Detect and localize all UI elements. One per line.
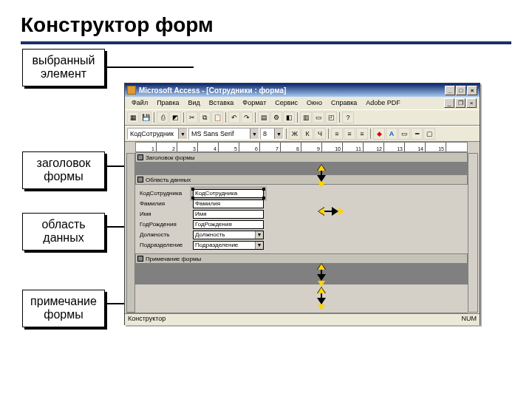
align-right-button[interactable]: ≡ <box>356 128 368 140</box>
mdi-close-button[interactable]: × <box>466 98 477 108</box>
object-selector[interactable]: КодСотрудник▼ <box>127 128 188 140</box>
field-label[interactable]: Подразделение <box>140 242 188 248</box>
ruler-tick <box>157 143 177 151</box>
statusbar: Конструктор NUM <box>125 313 480 325</box>
print-button[interactable]: ⎙ <box>157 112 168 123</box>
redo-button[interactable]: ↷ <box>241 112 253 123</box>
align-center-button[interactable]: ≡ <box>344 128 355 140</box>
field-label[interactable]: Фамилия <box>140 200 188 207</box>
form-detail-area[interactable]: КодСотрудникаКодСотрудникаФамилияФамилия… <box>135 185 327 253</box>
menu-file[interactable]: Файл <box>128 98 151 108</box>
form-footer-area[interactable] <box>135 264 468 284</box>
form-field-row[interactable]: ПодразделениеПодразделение▼ <box>140 240 323 250</box>
toolbar-button[interactable]: ◩ <box>169 112 181 123</box>
section-bar-header[interactable]: Заголовок формы <box>135 152 468 163</box>
vertical-scrollbar[interactable] <box>468 153 478 313</box>
ruler-tick <box>239 143 260 151</box>
titlebar[interactable]: Microsoft Access - [Сотрудники : форма] … <box>125 83 480 97</box>
align-left-button[interactable]: ≡ <box>331 128 343 140</box>
form-field-row[interactable]: ГодРожденияГодРождения <box>140 219 323 229</box>
section-bar-detail[interactable]: Область данных <box>135 174 468 185</box>
undo-button[interactable]: ↶ <box>228 112 240 123</box>
field-control[interactable]: Должность▼ <box>193 231 264 239</box>
minimize-button[interactable]: _ <box>445 86 455 95</box>
resize-arrow-icon <box>317 263 326 287</box>
section-footer-label: Примечание формы <box>146 256 201 262</box>
toolbar-button[interactable]: ◧ <box>283 112 295 123</box>
selection-handle[interactable] <box>191 188 194 191</box>
status-numlock: NUM <box>462 315 477 324</box>
field-control[interactable]: Имя <box>193 210 264 219</box>
line-width-button[interactable]: ━ <box>411 128 423 140</box>
toolbar-button[interactable]: ▦ <box>127 112 139 123</box>
line-color-button[interactable]: ▭ <box>398 128 410 140</box>
bold-button[interactable]: Ж <box>289 128 301 140</box>
maximize-button[interactable]: □ <box>456 86 466 95</box>
font-selector[interactable]: MS Sans Serif▼ <box>188 128 259 140</box>
ruler-tick <box>177 143 198 151</box>
resize-arrow-icon <box>317 164 326 188</box>
ruler-tick <box>364 143 384 151</box>
form-field-row[interactable]: ДолжностьДолжность▼ <box>140 230 323 239</box>
menu-format[interactable]: Формат <box>239 98 270 108</box>
resize-arrow-icon <box>318 207 344 216</box>
italic-button[interactable]: К <box>301 128 313 140</box>
section-header-label: Заголовок формы <box>146 154 195 161</box>
font-selector-value: MS Sans Serif <box>191 130 234 137</box>
font-color-button[interactable]: A <box>386 128 398 140</box>
ruler-tick <box>384 143 405 151</box>
toolbar-formatting: КодСотрудник▼ MS Sans Serif▼ 8▼ Ж К Ч ≡ … <box>125 126 480 142</box>
form-field-row[interactable]: ФамилияФамилия <box>140 199 323 208</box>
object-selector-value: КодСотрудник <box>130 130 174 137</box>
copy-button[interactable]: ⧉ <box>199 112 211 123</box>
help-button[interactable]: ? <box>342 112 354 123</box>
ruler-tick <box>405 143 426 151</box>
close-button[interactable]: × <box>467 86 477 95</box>
cut-button[interactable]: ✂ <box>186 112 198 123</box>
toolbar-button[interactable]: ◰ <box>325 112 337 123</box>
section-bar-footer[interactable]: Примечание формы <box>135 253 468 264</box>
form-header-area[interactable] <box>135 163 468 174</box>
ruler-tick <box>260 143 281 151</box>
menu-help[interactable]: Справка <box>327 98 361 108</box>
field-label[interactable]: ГодРождения <box>140 221 188 228</box>
field-label[interactable]: Должность <box>140 231 188 238</box>
menu-adobe-pdf[interactable]: Adobe PDF <box>362 98 404 108</box>
font-size-selector[interactable]: 8▼ <box>260 128 284 140</box>
special-effect-button[interactable]: ▢ <box>423 128 435 140</box>
fill-color-button[interactable]: ◆ <box>373 128 385 140</box>
toolbar-button[interactable]: ▥ <box>300 112 312 123</box>
field-control[interactable]: ГодРождения <box>193 220 264 229</box>
paste-button[interactable]: 📋 <box>211 112 223 123</box>
field-label[interactable]: Имя <box>140 211 188 217</box>
toolbar-standard: ▦ 💾 ⎙ ◩ ✂ ⧉ 📋 ↶ ↷ ▤ ⚙ ◧ ▥ ▭ ◰ ? <box>125 109 480 126</box>
toolbar-button[interactable]: ▭ <box>313 112 324 123</box>
ruler-tick <box>198 143 219 151</box>
section-selector-icon <box>137 154 143 160</box>
menu-view[interactable]: Вид <box>185 98 204 108</box>
horizontal-ruler[interactable] <box>135 142 468 152</box>
save-button[interactable]: 💾 <box>140 112 151 123</box>
field-label[interactable]: КодСотрудника <box>140 190 188 197</box>
font-size-value: 8 <box>263 130 267 137</box>
chevron-down-icon: ▼ <box>274 129 283 139</box>
mdi-restore-button[interactable]: ❐ <box>455 98 466 108</box>
menu-window[interactable]: Окно <box>303 98 326 108</box>
field-control[interactable]: Подразделение▼ <box>193 241 264 250</box>
toolbar-button[interactable]: ▤ <box>258 112 270 123</box>
menu-insert[interactable]: Вставка <box>205 98 237 108</box>
menu-edit[interactable]: Правка <box>153 98 183 108</box>
slide-title: Конструктор форм <box>21 13 511 37</box>
form-field-row[interactable]: ИмяИмя <box>140 209 323 219</box>
underline-button[interactable]: Ч <box>314 128 326 140</box>
vertical-ruler[interactable] <box>126 153 135 313</box>
form-field-row[interactable]: КодСотрудникаКодСотрудника <box>140 188 323 198</box>
selected-field-control[interactable]: КодСотрудника <box>193 189 264 198</box>
chevron-down-icon: ▼ <box>178 129 187 139</box>
field-control[interactable]: Фамилия <box>193 200 264 208</box>
mdi-minimize-button[interactable]: _ <box>444 98 454 108</box>
menu-tools[interactable]: Сервис <box>271 98 301 108</box>
menubar[interactable]: Файл Правка Вид Вставка Формат Сервис Ок… <box>125 97 480 109</box>
toolbar-button[interactable]: ⚙ <box>270 112 282 123</box>
selection-handle[interactable] <box>262 188 265 191</box>
